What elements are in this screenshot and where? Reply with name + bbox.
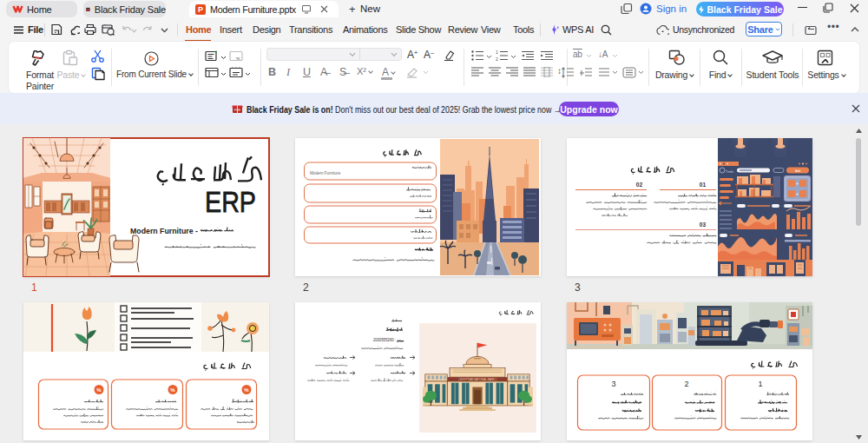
svg-text:Add: Add	[795, 169, 800, 173]
svg-text:02: 02	[636, 182, 643, 188]
svg-text:[ EGYPTIAN NATIONAL BANK ]: [ EGYPTIAN NATIONAL BANK ]	[459, 378, 496, 381]
svg-text:2: 2	[684, 380, 688, 388]
svg-text:FIVE: FIVE	[234, 109, 241, 112]
svg-text:ERP: ERP	[205, 185, 256, 218]
svg-text:3: 3	[611, 380, 615, 388]
svg-text:1: 1	[758, 380, 762, 388]
svg-text:Modern Furniture: Modern Furniture	[310, 171, 341, 175]
svg-text:P: P	[198, 5, 203, 14]
svg-text:%: %	[244, 387, 249, 393]
svg-text:2: 2	[496, 56, 498, 61]
svg-text:Modern Furniture -: Modern Furniture -	[130, 226, 198, 235]
svg-text:%: %	[96, 387, 102, 393]
svg-text:Tmln: Tmln	[726, 169, 733, 174]
svg-text:%: %	[170, 387, 175, 393]
svg-text:01: 01	[700, 182, 707, 188]
svg-text:2000555260 :: 2000555260 :	[373, 337, 396, 342]
svg-text:1: 1	[496, 50, 498, 55]
svg-text:03: 03	[700, 222, 707, 228]
